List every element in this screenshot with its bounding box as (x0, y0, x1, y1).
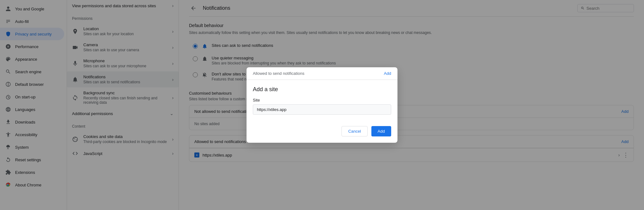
dialog-add-button[interactable]: Add (371, 126, 391, 136)
dialog-header-label: Allowed to send notifications (253, 71, 304, 76)
dialog-body: Add a site Site (247, 80, 397, 121)
dialog-cancel-button[interactable]: Cancel (341, 126, 367, 136)
dialog-header: Allowed to send notifications Add (247, 67, 397, 80)
dialog-overlay: Allowed to send notifications Add Add a … (0, 0, 644, 210)
dialog-site-label: Site (253, 98, 391, 102)
dialog-site-input[interactable] (253, 104, 391, 115)
dialog-header-add-button[interactable]: Add (384, 71, 391, 76)
dialog-actions: Cancel Add (247, 121, 397, 143)
add-site-dialog: Allowed to send notifications Add Add a … (247, 67, 397, 143)
dialog-title: Add a site (253, 86, 391, 93)
